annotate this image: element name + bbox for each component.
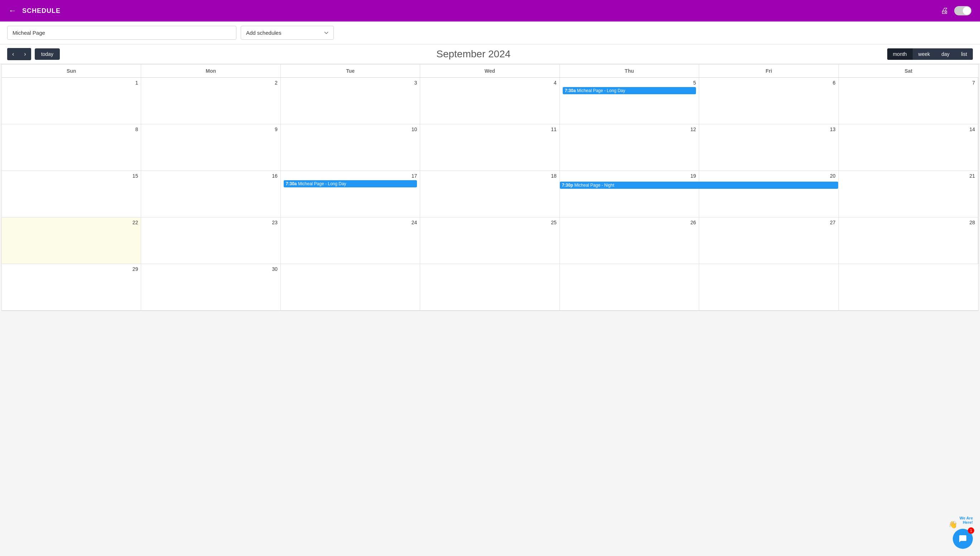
prev-button[interactable]: ‹ [7, 48, 19, 60]
event-time: 7:30a [286, 181, 298, 186]
calendar-cell: 27 [699, 217, 838, 264]
calendar-header-day: Sat [839, 65, 978, 78]
toolbar: Add schedules [0, 21, 980, 44]
calendar-header-day: Wed [420, 65, 560, 78]
calendar-cell: 177:30a Micheal Page - Long Day [281, 171, 420, 217]
calendar-day-number: 23 [144, 220, 277, 225]
print-icon[interactable]: 🖨 [941, 6, 948, 15]
calendar-cell: 26 [560, 217, 699, 264]
toggle-switch[interactable] [954, 6, 971, 15]
calendar-day-number: 22 [5, 220, 138, 225]
calendar-day-number: 21 [842, 173, 975, 179]
calendar-day-number: 28 [842, 220, 975, 225]
calendar-day-number: 17 [284, 173, 417, 179]
calendar-body: 123457:30a Micheal Page - Long Day678910… [2, 78, 978, 310]
calendar-cell: 29 [2, 264, 141, 310]
calendar-cell [560, 264, 699, 310]
calendar-cell: 57:30a Micheal Page - Long Day [560, 78, 699, 124]
calendar-cell [699, 264, 838, 310]
event-title: Micheal Page - Night [574, 183, 614, 188]
calendar-event[interactable]: 7:30a Micheal Page - Long Day [284, 180, 417, 187]
calendar-cell: 9 [141, 124, 281, 171]
calendar-cell [839, 264, 978, 310]
calendar-day-number: 20 [702, 173, 835, 179]
view-week-button[interactable]: week [913, 48, 936, 60]
event-time: 7:30a [565, 88, 577, 93]
calendar-cell: 8 [2, 124, 141, 171]
calendar-day-number: 9 [144, 126, 277, 132]
calendar-cell: 20 [699, 171, 838, 217]
calendar-header-day: Mon [141, 65, 281, 78]
calendar-cell: 28 [839, 217, 978, 264]
calendar-cell [420, 264, 560, 310]
today-button[interactable]: today [35, 48, 60, 60]
month-title: September 2024 [60, 48, 887, 60]
calendar-cell: 22 [2, 217, 141, 264]
calendar-day-number: 1 [5, 80, 138, 86]
person-input[interactable] [7, 26, 236, 40]
nav-arrows: ‹ › [7, 48, 31, 60]
calendar-day-number: 30 [144, 266, 277, 272]
calendar-cell: 24 [281, 217, 420, 264]
view-day-button[interactable]: day [936, 48, 955, 60]
calendar-cell: 7 [839, 78, 978, 124]
calendar-day-number: 19 [563, 173, 696, 179]
header-icons: 🖨 [941, 6, 971, 15]
calendar-header: SunMonTueWedThuFriSat [2, 65, 978, 78]
event-time: 7:30p [562, 183, 575, 188]
calendar-cell: 30 [141, 264, 281, 310]
calendar: SunMonTueWedThuFriSat 123457:30a Micheal… [2, 64, 978, 311]
calendar-cell: 16 [141, 171, 281, 217]
calendar-cell: 14 [839, 124, 978, 171]
calendar-cell: 2 [141, 78, 281, 124]
add-schedules-select[interactable]: Add schedules [241, 26, 334, 40]
calendar-day-number: 29 [5, 266, 138, 272]
calendar-day-number: 5 [563, 80, 696, 86]
calendar-cell: 10 [281, 124, 420, 171]
calendar-day-number: 25 [423, 220, 556, 225]
view-list-button[interactable]: list [955, 48, 973, 60]
calendar-cell: 13 [699, 124, 838, 171]
calendar-cell: 6 [699, 78, 838, 124]
calendar-header-day: Sun [2, 65, 141, 78]
calendar-day-number: 6 [702, 80, 835, 86]
calendar-day-number: 26 [563, 220, 696, 225]
page-title: SCHEDULE [22, 7, 941, 15]
calendar-day-number: 14 [842, 126, 975, 132]
calendar-day-number: 15 [5, 173, 138, 179]
calendar-day-number: 2 [144, 80, 277, 86]
calendar-cell: 197:30p Micheal Page - Night [560, 171, 699, 217]
calendar-day-number: 11 [423, 126, 556, 132]
calendar-event[interactable]: 7:30a Micheal Page - Long Day [563, 87, 696, 94]
app-header: ← SCHEDULE 🖨 [0, 0, 980, 21]
calendar-day-number: 12 [563, 126, 696, 132]
calendar-header-day: Fri [699, 65, 838, 78]
next-button[interactable]: › [19, 48, 31, 60]
calendar-cell: 3 [281, 78, 420, 124]
calendar-cell: 11 [420, 124, 560, 171]
calendar-cell [281, 264, 420, 310]
calendar-cell: 1 [2, 78, 141, 124]
calendar-day-number: 16 [144, 173, 277, 179]
calendar-day-number: 18 [423, 173, 556, 179]
calendar-cell: 4 [420, 78, 560, 124]
event-title: Micheal Page - Long Day [577, 88, 625, 93]
calendar-cell: 23 [141, 217, 281, 264]
calendar-cell: 15 [2, 171, 141, 217]
calendar-cell: 12 [560, 124, 699, 171]
calendar-day-number: 13 [702, 126, 835, 132]
calendar-day-number: 4 [423, 80, 556, 86]
back-button[interactable]: ← [9, 6, 16, 15]
calendar-day-number: 8 [5, 126, 138, 132]
calendar-cell: 18 [420, 171, 560, 217]
calendar-day-number: 7 [842, 80, 975, 86]
calendar-header-day: Tue [281, 65, 420, 78]
calendar-cell: 21 [839, 171, 978, 217]
view-toggle: month week day list [887, 48, 973, 60]
calendar-day-number: 24 [284, 220, 417, 225]
event-title: Micheal Page - Long Day [298, 181, 346, 186]
calendar-event[interactable]: 7:30p Micheal Page - Night [560, 182, 838, 189]
view-month-button[interactable]: month [887, 48, 913, 60]
calendar-day-number: 3 [284, 80, 417, 86]
calendar-header-day: Thu [560, 65, 699, 78]
